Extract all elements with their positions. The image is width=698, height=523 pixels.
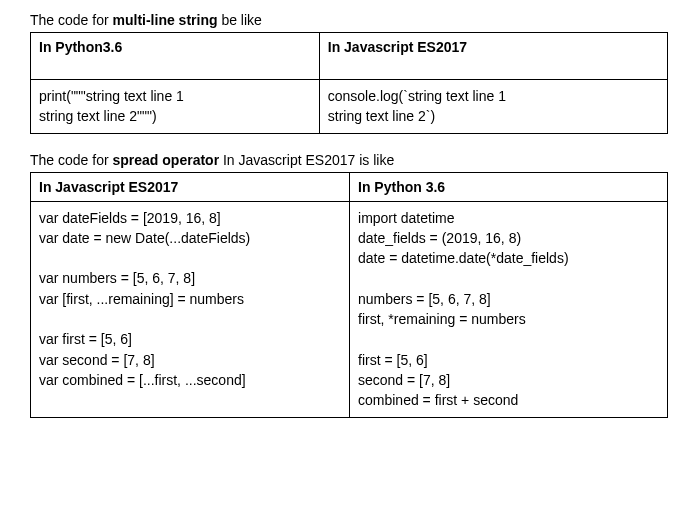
intro-prefix: The code for: [30, 12, 113, 28]
section-spread: The code for spread operator In Javascri…: [30, 152, 668, 418]
intro-bold: spread operator: [113, 152, 220, 168]
table-row: print("""string text line 1 string text …: [31, 80, 668, 134]
table-multiline: In Python3.6 In Javascript ES2017 print(…: [30, 32, 668, 134]
code-cell-right: console.log(`string text line 1 string t…: [319, 80, 667, 134]
header-left: In Javascript ES2017: [31, 172, 350, 201]
table-header-row: In Python3.6 In Javascript ES2017: [31, 33, 668, 80]
code-cell-right: import datetime date_fields = (2019, 16,…: [350, 201, 668, 417]
intro-text-1: The code for multi-line string be like: [30, 12, 668, 28]
code-cell-left: print("""string text line 1 string text …: [31, 80, 320, 134]
header-right: In Javascript ES2017: [319, 33, 667, 80]
table-row: var dateFields = [2019, 16, 8] var date …: [31, 201, 668, 417]
table-header-row: In Javascript ES2017 In Python 3.6: [31, 172, 668, 201]
code-cell-left: var dateFields = [2019, 16, 8] var date …: [31, 201, 350, 417]
section-multiline: The code for multi-line string be like I…: [30, 12, 668, 134]
intro-bold: multi-line string: [113, 12, 218, 28]
intro-suffix: be like: [218, 12, 262, 28]
intro-suffix: In Javascript ES2017 is like: [219, 152, 394, 168]
table-spread: In Javascript ES2017 In Python 3.6 var d…: [30, 172, 668, 418]
header-left: In Python3.6: [31, 33, 320, 80]
header-right: In Python 3.6: [350, 172, 668, 201]
intro-text-2: The code for spread operator In Javascri…: [30, 152, 668, 168]
intro-prefix: The code for: [30, 152, 113, 168]
